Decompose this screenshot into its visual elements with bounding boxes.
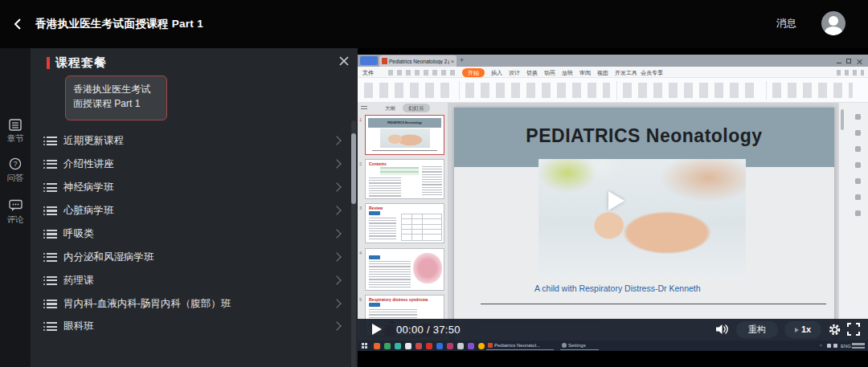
slide-thumbnail-2: Contents xyxy=(365,159,444,199)
playback-speed-button[interactable]: 1x xyxy=(784,321,821,338)
chapter-item[interactable]: 介绍性讲座 xyxy=(31,157,358,174)
ribbon-icon-group xyxy=(772,83,853,98)
settings-gear-icon[interactable] xyxy=(828,323,841,336)
chevron-right-icon xyxy=(332,182,341,191)
side-rail: 章节 ? 问答 评论 xyxy=(0,48,31,367)
mini-text-lines xyxy=(369,261,411,288)
slide-number: 3 xyxy=(359,206,362,210)
ribbon-tab: 视图 xyxy=(597,69,608,77)
taskbar-window-pediatrics: Pediatrics Neonatol... xyxy=(486,341,554,350)
tray-icon xyxy=(827,344,831,348)
list-icon xyxy=(47,137,57,145)
taskbar-app-icon xyxy=(405,343,411,349)
list-icon xyxy=(47,160,57,169)
messages-link[interactable]: 消息 xyxy=(776,17,796,31)
chapter-label: 心脏病学班 xyxy=(63,204,114,218)
slide-thumbnail-4 xyxy=(365,248,444,291)
taskbar-app-icon xyxy=(457,343,464,349)
time-display: 00:00 / 37:50 xyxy=(396,324,461,336)
top-bar: 香港执业医生考试面授课程 Part 1 消息 xyxy=(0,0,868,48)
ribbon-tab: 放映 xyxy=(562,69,573,77)
rail-item-comments[interactable]: 评论 xyxy=(0,199,31,226)
active-course-label: 香港执业医生考试面授课程 Part 1 xyxy=(73,84,150,109)
chapter-item[interactable]: 药理课 xyxy=(31,273,358,291)
panel-scrollbar-thumb[interactable] xyxy=(351,133,356,204)
taskbar-window-settings: Settings xyxy=(560,341,599,350)
chapter-label: 内分泌和风湿病学班 xyxy=(63,251,154,264)
chapter-item[interactable]: 眼科班 xyxy=(31,319,358,336)
window-close-icon xyxy=(857,59,862,64)
taskbar-app-icon xyxy=(468,343,474,349)
chapters-icon xyxy=(9,119,22,131)
ribbon-tab: 切换 xyxy=(526,69,538,77)
page-title: 香港执业医生考试面授课程 Part 1 xyxy=(35,17,203,31)
back-icon[interactable] xyxy=(10,15,27,33)
ribbon-tab: 动画 xyxy=(544,69,555,77)
slide-number: 2 xyxy=(359,161,362,166)
pane-menu-icon xyxy=(361,106,367,111)
svg-text:?: ? xyxy=(14,160,18,168)
baby-photo xyxy=(538,159,746,278)
mini-callout xyxy=(369,211,380,215)
maximize-icon xyxy=(846,59,851,63)
user-avatar[interactable] xyxy=(821,11,845,35)
chapter-item[interactable]: 近期更新课程 xyxy=(31,133,358,151)
chevron-right-icon xyxy=(332,252,341,261)
rail-label-chapters: 章节 xyxy=(0,133,31,145)
ribbon-tab: 审阅 xyxy=(579,69,591,77)
chapter-item[interactable]: 神经病学班 xyxy=(31,180,358,198)
taskbar-app-icon xyxy=(447,343,453,349)
rail-label-qa: 问答 xyxy=(0,173,31,184)
pane-tab-outline: 大纲 xyxy=(385,105,395,112)
list-icon xyxy=(47,230,57,239)
list-icon xyxy=(47,276,57,285)
list-icon xyxy=(47,322,57,331)
wps-ribbon-toolbar xyxy=(358,78,868,103)
volume-icon[interactable] xyxy=(715,323,729,336)
rebuild-button[interactable]: 重构 xyxy=(736,321,778,338)
chapter-item[interactable]: 胃内科-血液内科-肠胃内科（腹部）班 xyxy=(31,296,358,314)
slide-number: 5 xyxy=(359,297,362,302)
close-icon[interactable] xyxy=(338,55,350,67)
video-player[interactable]: Pediatrics Neonatology 2.pptx × + 文件 开始 … xyxy=(358,48,868,367)
mini-callout xyxy=(369,303,380,307)
chevron-right-icon xyxy=(332,136,341,145)
chapter-label: 胃内科-血液内科-肠胃内科（腹部）班 xyxy=(63,297,231,311)
pane-tab-slides: 幻灯片 xyxy=(403,104,430,112)
ribbon-tab-start: 开始 xyxy=(462,68,485,77)
course-package-panel: 课程套餐 香港执业医生考试面授课程 Part 1 近期更新课程 介绍性讲座 神经… xyxy=(31,48,358,367)
panel-accent-bar xyxy=(47,57,50,69)
rail-item-chapters[interactable]: 章节 xyxy=(0,119,31,145)
chapter-label: 神经病学班 xyxy=(63,181,114,194)
rail-item-qa[interactable]: ? 问答 xyxy=(0,157,31,184)
mini-text-lines xyxy=(369,218,396,240)
chapter-item[interactable]: 呼吸类 xyxy=(31,226,358,244)
list-icon xyxy=(47,253,57,262)
chapter-label: 呼吸类 xyxy=(63,227,94,241)
mini-slide-title: Contents xyxy=(366,160,444,166)
taskbar-app-icon xyxy=(436,343,443,349)
video-frame-wps-recording: Pediatrics Neonatology 2.pptx × + 文件 开始 … xyxy=(358,55,868,351)
mini-banner: PEDIATRICS Neonatology xyxy=(368,118,441,128)
list-icon xyxy=(47,300,57,308)
panel-title: 课程套餐 xyxy=(55,55,107,71)
slide-number: 1 xyxy=(359,117,362,122)
wps-content-area: 大纲 幻灯片 1 PEDIATRICS Neonatology 2 Conten… xyxy=(358,103,868,340)
play-button[interactable] xyxy=(372,324,382,335)
taskbar-app-icon xyxy=(384,343,391,349)
slide-thumbnail-1: PEDIATRICS Neonatology xyxy=(365,115,444,155)
speed-play-icon xyxy=(795,328,799,332)
wps-side-icon xyxy=(855,114,861,120)
slide-title: PEDIATRICS Neonatology xyxy=(454,125,834,147)
taskbar-window-title: Settings xyxy=(568,343,586,348)
speed-label: 1x xyxy=(801,324,811,334)
chapter-item[interactable]: 心脏病学班 xyxy=(31,203,358,221)
slide-number: 4 xyxy=(359,251,362,255)
fullscreen-icon[interactable] xyxy=(847,323,860,336)
wps-side-icon xyxy=(855,162,861,168)
recorded-taskbar: Pediatrics Neonatol... Settings ^ ENG xyxy=(358,340,868,351)
chapter-label: 近期更新课程 xyxy=(63,134,124,148)
chapter-item[interactable]: 内分泌和风湿病学班 xyxy=(31,250,358,267)
wps-right-toolbar xyxy=(838,103,868,340)
active-course-card[interactable]: 香港执业医生考试面授课程 Part 1 xyxy=(65,75,167,120)
